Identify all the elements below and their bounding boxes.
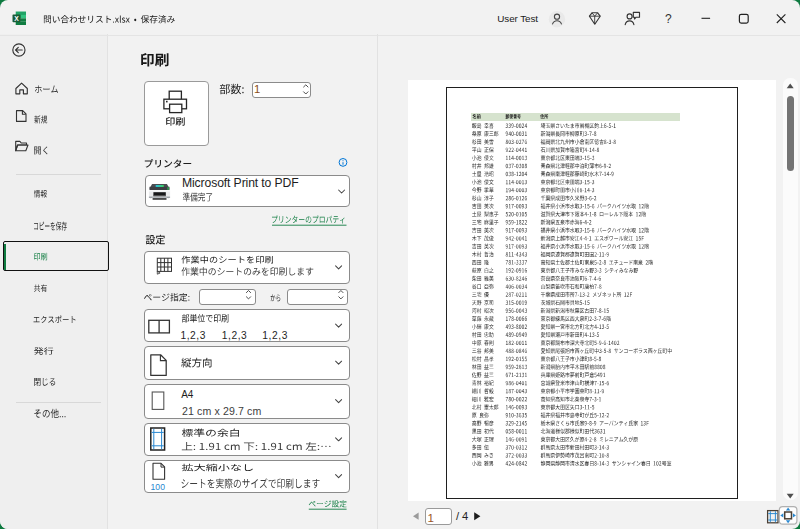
svg-text:X: X [14, 15, 19, 22]
svg-text:?: ? [665, 12, 672, 26]
